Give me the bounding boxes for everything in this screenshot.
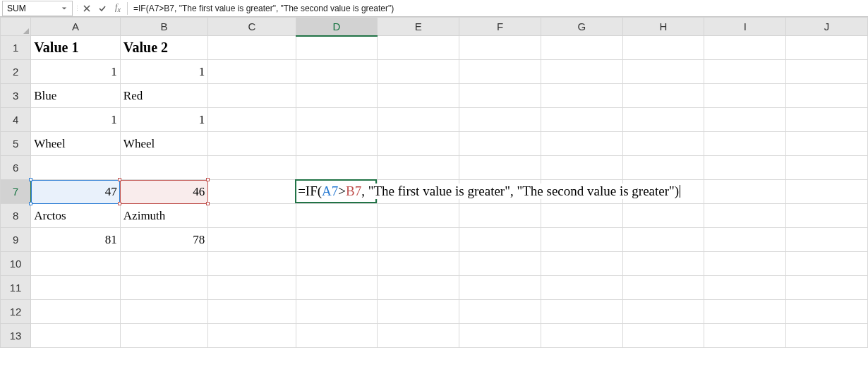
cell-I4[interactable] bbox=[704, 108, 786, 132]
chevron-down-icon[interactable] bbox=[59, 4, 69, 13]
cell-H2[interactable] bbox=[622, 60, 704, 84]
col-header-J[interactable]: J bbox=[786, 18, 868, 36]
cell-A1[interactable]: Value 1 bbox=[31, 36, 121, 60]
cell-I3[interactable] bbox=[704, 84, 786, 108]
col-header-D[interactable]: D bbox=[296, 18, 378, 36]
row-header-13[interactable]: 13 bbox=[1, 324, 31, 348]
cell-B11[interactable] bbox=[120, 276, 207, 300]
cell-C5[interactable] bbox=[208, 132, 296, 156]
range-handle-icon[interactable] bbox=[206, 202, 210, 205]
cell-G2[interactable] bbox=[541, 60, 622, 84]
cell-H8[interactable] bbox=[622, 204, 704, 228]
cell-I7[interactable] bbox=[704, 180, 786, 204]
col-header-A[interactable]: A bbox=[31, 18, 121, 36]
cell-J10[interactable] bbox=[786, 252, 868, 276]
cell-G11[interactable] bbox=[541, 276, 622, 300]
cell-H3[interactable] bbox=[622, 84, 704, 108]
cell-I9[interactable] bbox=[704, 228, 786, 252]
cell-H10[interactable] bbox=[622, 252, 704, 276]
cell-E11[interactable] bbox=[378, 276, 459, 300]
cell-F10[interactable] bbox=[459, 252, 541, 276]
cell-C9[interactable] bbox=[208, 228, 296, 252]
cell-C13[interactable] bbox=[208, 324, 296, 348]
cell-D10[interactable] bbox=[296, 252, 378, 276]
cell-I1[interactable] bbox=[704, 36, 786, 60]
cell-A3[interactable]: Blue bbox=[31, 84, 121, 108]
cell-C8[interactable] bbox=[208, 204, 296, 228]
cell-D8[interactable] bbox=[296, 204, 378, 228]
cell-B3[interactable]: Red bbox=[120, 84, 207, 108]
row-header-6[interactable]: 6 bbox=[1, 156, 31, 180]
cell-D6[interactable] bbox=[296, 156, 378, 180]
range-handle-icon[interactable] bbox=[118, 178, 121, 181]
cell-F9[interactable] bbox=[459, 228, 541, 252]
cell-I13[interactable] bbox=[704, 324, 786, 348]
cell-D1[interactable] bbox=[296, 36, 378, 60]
cell-G8[interactable] bbox=[541, 204, 622, 228]
cell-H12[interactable] bbox=[622, 300, 704, 324]
cell-A9[interactable]: 81 bbox=[31, 228, 121, 252]
cell-B12[interactable] bbox=[120, 300, 207, 324]
cell-F2[interactable] bbox=[459, 60, 541, 84]
cell-J7[interactable] bbox=[786, 180, 868, 204]
cell-D13[interactable] bbox=[296, 324, 378, 348]
cell-E10[interactable] bbox=[378, 252, 459, 276]
cell-H1[interactable] bbox=[622, 36, 704, 60]
cell-J6[interactable] bbox=[786, 156, 868, 180]
cell-B6[interactable] bbox=[120, 156, 207, 180]
row-header-5[interactable]: 5 bbox=[1, 132, 31, 156]
cell-A2[interactable]: 1 bbox=[31, 60, 121, 84]
cell-E5[interactable] bbox=[378, 132, 459, 156]
cell-I5[interactable] bbox=[704, 132, 786, 156]
row-header-4[interactable]: 4 bbox=[1, 108, 31, 132]
cell-H4[interactable] bbox=[622, 108, 704, 132]
cell-J3[interactable] bbox=[786, 84, 868, 108]
cell-A10[interactable] bbox=[31, 252, 121, 276]
cell-I12[interactable] bbox=[704, 300, 786, 324]
col-header-B[interactable]: B bbox=[120, 18, 207, 36]
insert-function-button[interactable]: fx bbox=[110, 1, 126, 16]
row-header-7[interactable]: 7 bbox=[1, 180, 31, 204]
cell-A8[interactable]: Arctos bbox=[31, 204, 121, 228]
cell-D11[interactable] bbox=[296, 276, 378, 300]
row-header-12[interactable]: 12 bbox=[1, 300, 31, 324]
cell-H5[interactable] bbox=[622, 132, 704, 156]
cell-F13[interactable] bbox=[459, 324, 541, 348]
cell-D12[interactable] bbox=[296, 300, 378, 324]
cell-C1[interactable] bbox=[208, 36, 296, 60]
cell-J13[interactable] bbox=[786, 324, 868, 348]
cell-D9[interactable] bbox=[296, 228, 378, 252]
cell-G10[interactable] bbox=[541, 252, 622, 276]
cell-A5[interactable]: Wheel bbox=[31, 132, 121, 156]
cell-B9[interactable]: 78 bbox=[120, 228, 207, 252]
cell-H11[interactable] bbox=[622, 276, 704, 300]
cell-B5[interactable]: Wheel bbox=[120, 132, 207, 156]
cell-C11[interactable] bbox=[208, 276, 296, 300]
cell-H6[interactable] bbox=[622, 156, 704, 180]
cell-D5[interactable] bbox=[296, 132, 378, 156]
cell-J8[interactable] bbox=[786, 204, 868, 228]
cell-J2[interactable] bbox=[786, 60, 868, 84]
cell-B8[interactable]: Azimuth bbox=[120, 204, 207, 228]
cell-C7[interactable] bbox=[208, 180, 296, 204]
col-header-C[interactable]: C bbox=[208, 18, 296, 36]
cell-F1[interactable] bbox=[459, 36, 541, 60]
col-header-G[interactable]: G bbox=[541, 18, 622, 36]
cell-J4[interactable] bbox=[786, 108, 868, 132]
cell-B10[interactable] bbox=[120, 252, 207, 276]
cell-E8[interactable] bbox=[378, 204, 459, 228]
cell-E1[interactable] bbox=[378, 36, 459, 60]
cell-I10[interactable] bbox=[704, 252, 786, 276]
cell-I8[interactable] bbox=[704, 204, 786, 228]
cell-G9[interactable] bbox=[541, 228, 622, 252]
cell-C4[interactable] bbox=[208, 108, 296, 132]
cell-G4[interactable] bbox=[541, 108, 622, 132]
cell-E13[interactable] bbox=[378, 324, 459, 348]
cell-I6[interactable] bbox=[704, 156, 786, 180]
cell-I2[interactable] bbox=[704, 60, 786, 84]
editing-formula-text[interactable]: =IF(A7>B7, "The first value is greater",… bbox=[298, 184, 680, 199]
cell-B7[interactable]: 46 bbox=[120, 180, 207, 204]
cell-J9[interactable] bbox=[786, 228, 868, 252]
row-header-8[interactable]: 8 bbox=[1, 204, 31, 228]
enter-button[interactable] bbox=[95, 1, 110, 16]
